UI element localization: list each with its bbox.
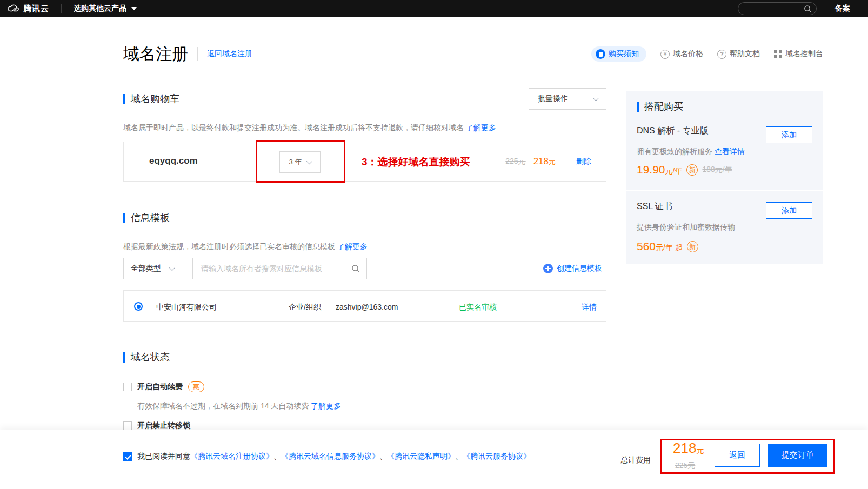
document-icon [596,49,605,59]
status-title-label: 域名状态 [131,351,170,364]
question-icon [717,50,726,59]
delete-domain-link[interactable]: 删除 [576,157,591,166]
submit-order-button[interactable]: 提交订单 [768,444,827,467]
section-accent-bar [637,102,639,112]
title-divider [197,47,198,61]
dns-add-button[interactable]: 添加 [766,126,812,143]
template-section-title: 信息模板 [123,211,170,224]
domain-console-link[interactable]: 域名控制台 [774,49,823,59]
other-products-label: 选购其他云产品 [74,4,126,14]
section-accent-bar [123,213,125,223]
type-filter-value: 全部类型 [131,264,161,273]
create-template-link[interactable]: 创建信息模板 [543,264,602,273]
status-section-title: 域名状态 [123,351,170,364]
dns-original-price: 188元/年 [702,165,732,175]
search-icon[interactable] [351,264,360,273]
total-price: 218元 [673,440,704,457]
domain-price-link[interactable]: 域名价格 [660,49,703,59]
transfer-lock-checkbox[interactable] [123,421,132,430]
agree-prefix: 我已阅读并同意 [137,452,190,460]
template-row: 中安山河有限公司 企业/组织 zashvip@163.com 已实名审核 详情 [123,290,606,322]
cart-domain-row: eqyqq.com 3 年 3：选择好域名直接购买 225元 218元 删除 [123,142,606,182]
template-detail-link[interactable]: 详情 [582,303,597,312]
create-template-label: 创建信息模板 [557,264,602,273]
template-owner-email: zashvip@163.com [336,303,398,311]
dns-price: 19.90元/年 新 188元/年 [637,163,732,176]
chevron-down-icon [306,158,312,164]
plus-icon [543,264,553,273]
agreement-link-service[interactable]: 《腾讯云服务协议》 [463,452,531,460]
batch-operation-label: 批量操作 [538,94,568,104]
template-radio[interactable] [134,302,143,311]
auto-renew-desc-text: 有效保障域名不过期，在域名到期前 14 天自动续费 [137,401,309,410]
navbar-search-input[interactable] [745,5,804,12]
cart-section-title: 域名购物车 [123,92,179,105]
back-to-register-link[interactable]: 返回域名注册 [207,49,252,59]
auto-renew-row: 开启自动续费 惠 [123,381,204,392]
page-header: 域名注册 返回域名注册 购买须知 域名价格 帮助文档 域名控制台 [123,41,823,67]
discount-badge: 惠 [188,381,204,392]
chevron-down-icon [169,265,175,271]
grid-icon [774,50,782,58]
template-title-label: 信息模板 [131,211,170,224]
batch-operation-dropdown[interactable]: 批量操作 [529,88,606,110]
auto-renew-label: 开启自动续费 [137,382,183,392]
agreement-text: 我已阅读并同意《腾讯云域名注册协议》、《腾讯云域名信息服务协议》、《腾讯云隐私声… [137,452,531,461]
ssl-add-button[interactable]: 添加 [766,202,812,219]
agreement-link-info-service[interactable]: 《腾讯云域名信息服务协议》 [281,452,379,460]
cart-title-label: 域名购物车 [131,92,179,105]
checkout-footer-bar: 我已阅读并同意《腾讯云域名注册协议》、《腾讯云域名信息服务协议》、《腾讯云隐私声… [0,430,868,489]
bundle-purchase-panel: 搭配购买 DNS 解析 - 专业版 添加 拥有更极致的解析服务 查看详情 19.… [626,91,823,264]
template-notice-text: 根据最新政策法规，域名注册时必须选择已实名审核的信息模板 [123,242,335,251]
chevron-down-icon [593,95,599,101]
step3-annotation: 3：选择好域名直接购买 [362,155,470,169]
domain-name: eqyqq.com [149,156,198,166]
navbar-divider-right [860,4,860,13]
template-owner-type: 企业/组织 [289,303,321,312]
help-docs-link[interactable]: 帮助文档 [717,49,760,59]
purchase-notice-label: 购买须知 [609,49,639,59]
auto-renew-desc: 有效保障域名不过期，在域名到期前 14 天自动续费 了解更多 [137,401,341,411]
dns-desc-text: 拥有更极致的解析服务 [637,147,712,156]
domain-register-page: 腾讯云 选购其他云产品 备案 域名注册 返回域名注册 购买须知 域名价格 [0,0,868,489]
purchase-notice-link[interactable]: 购买须知 [591,46,646,62]
verified-status-badge: 已实名审核 [459,303,497,312]
cart-notice-text: 域名属于即时产品，以最终付款和提交注册成功为准。域名注册成功后将不支持退款，请仔… [123,123,464,132]
template-learn-more-link[interactable]: 了解更多 [337,242,368,251]
dns-view-details-link[interactable]: 查看详情 [715,147,745,156]
cart-notice: 域名属于即时产品，以最终付款和提交注册成功为准。域名注册成功后将不支持退款，请仔… [123,123,496,133]
cart-learn-more-link[interactable]: 了解更多 [466,123,496,132]
other-products-menu[interactable]: 选购其他云产品 [74,4,137,14]
dns-product-desc: 拥有更极致的解析服务 查看详情 [637,147,745,157]
auto-renew-checkbox[interactable] [123,383,132,391]
bundle-panel-title: 搭配购买 [637,100,683,113]
top-navbar: 腾讯云 选购其他云产品 备案 [0,0,868,17]
template-search-input[interactable] [201,264,351,273]
search-icon[interactable] [804,5,812,13]
domain-price-label: 域名价格 [673,49,703,59]
domain-prices: 225元 218元 删除 [505,142,591,181]
back-button[interactable]: 返回 [715,444,760,467]
total-cost-label: 总计费用 [620,455,651,465]
template-owner-name: 中安山河有限公司 [156,303,217,312]
yuan-icon [660,50,670,59]
template-search-box [192,258,367,279]
template-notice: 根据最新政策法规，域名注册时必须选择已实名审核的信息模板 了解更多 [123,242,368,252]
dns-price-value: 19.90元/年 [637,163,682,176]
tencent-cloud-logo-icon[interactable] [8,4,19,14]
original-price: 225元 [505,157,525,166]
help-docs-label: 帮助文档 [730,49,760,59]
agreement-checkbox[interactable] [123,452,132,461]
navbar-search-box[interactable] [738,2,817,15]
beian-link[interactable]: 备案 [835,4,850,14]
auto-renew-learn-more-link[interactable]: 了解更多 [311,401,341,410]
agreement-link-privacy[interactable]: 《腾讯云隐私声明》 [387,452,455,460]
agreement-link-register[interactable]: 《腾讯云域名注册协议》 [190,452,273,460]
agreement-row: 我已阅读并同意《腾讯云域名注册协议》、《腾讯云域名信息服务协议》、《腾讯云隐私声… [123,452,531,461]
years-select[interactable]: 3 年 [279,151,321,173]
ssl-price-value: 560元/年 起 [637,240,683,253]
ssl-product-desc: 提供身份验证和加密数据传输 [637,223,735,232]
current-price: 218元 [533,156,556,167]
brand-name[interactable]: 腾讯云 [23,4,49,14]
template-type-filter[interactable]: 全部类型 [123,258,181,279]
